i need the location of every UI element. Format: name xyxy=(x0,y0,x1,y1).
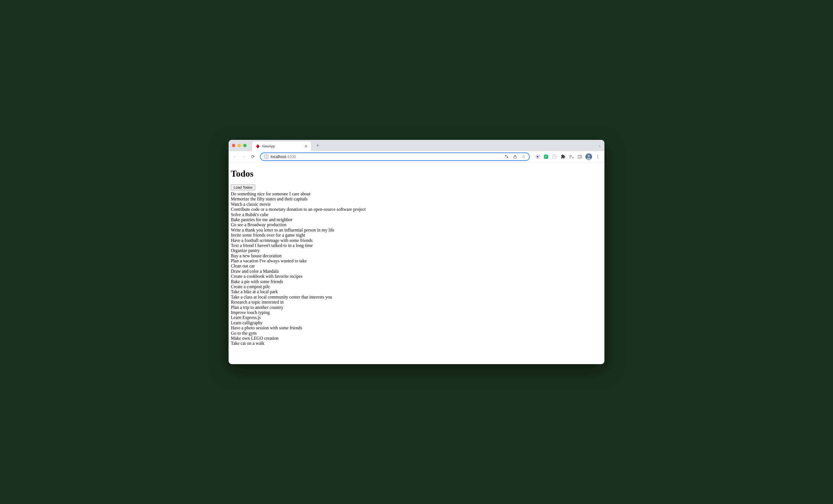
todo-item: Text a friend I haven't talked to in a l… xyxy=(231,243,602,248)
todo-item: Invite some friends over for a game nigh… xyxy=(231,233,602,238)
url-text: localhost:4200 xyxy=(271,154,296,159)
back-button[interactable]: ← xyxy=(231,153,239,160)
tab-title: NewApp xyxy=(262,144,302,148)
todo-item: Buy a new house decoration xyxy=(231,253,602,258)
todo-item: Take a class at local community center t… xyxy=(231,295,602,300)
todo-item: Plan a vacation I've always wanted to ta… xyxy=(231,258,602,263)
titlebar: NewApp ✕ + ⌄ xyxy=(229,140,604,151)
maximize-window-button[interactable] xyxy=(243,144,246,147)
todo-item: Memorize the fifty states and their capi… xyxy=(231,197,602,202)
svg-line-7 xyxy=(539,157,539,158)
site-info-icon[interactable]: i xyxy=(264,154,268,159)
favicon-icon xyxy=(256,144,260,149)
todo-item: Have a photo session with some friends xyxy=(231,325,602,330)
svg-point-23 xyxy=(597,156,598,157)
svg-point-1 xyxy=(537,156,539,157)
svg-line-8 xyxy=(536,157,537,158)
todo-item: Solve a Rubik's cube xyxy=(231,212,602,217)
todo-item: Bake pastries for me and neighbor xyxy=(231,217,602,222)
svg-point-14 xyxy=(555,156,555,156)
svg-line-6 xyxy=(536,155,537,156)
window-controls xyxy=(232,144,246,147)
todo-item: Do something nice for someone I care abo… xyxy=(231,192,602,197)
url-host: localhost xyxy=(271,154,286,159)
translate-icon[interactable] xyxy=(504,154,509,159)
toolbar: ← → ⟳ i localhost:4200 ☆ F xyxy=(229,151,604,162)
todo-item: Contribute code or a monetary donation t… xyxy=(231,207,602,212)
extensions-puzzle-icon[interactable] xyxy=(560,154,566,159)
url-port: :4200 xyxy=(286,154,296,159)
svg-line-9 xyxy=(539,155,539,156)
reload-button[interactable]: ⟳ xyxy=(249,153,257,160)
svg-text:F: F xyxy=(545,155,547,158)
extension-icon-3[interactable] xyxy=(552,154,557,159)
todo-item: Learn calligraphy xyxy=(231,320,602,325)
page-content: Todos Load Todos Do something nice for s… xyxy=(229,162,604,364)
close-window-button[interactable] xyxy=(232,144,235,147)
svg-point-24 xyxy=(597,157,598,158)
todo-item: Go to the gym xyxy=(231,331,602,336)
reading-list-icon[interactable] xyxy=(569,154,574,159)
todo-item: Create a cookbook with favorite recipes xyxy=(231,274,602,279)
side-panel-icon[interactable] xyxy=(577,154,582,159)
todo-item: Improve touch typing xyxy=(231,310,602,315)
load-todos-button[interactable]: Load Todos xyxy=(231,184,255,190)
svg-point-21 xyxy=(588,155,590,157)
svg-point-12 xyxy=(552,154,557,159)
new-tab-button[interactable]: + xyxy=(314,142,322,149)
browser-tab[interactable]: NewApp ✕ xyxy=(252,142,311,151)
extension-icon-2[interactable]: F xyxy=(543,154,549,159)
todo-item: Make own LEGO creation xyxy=(231,336,602,341)
todo-item: Plan a trip to another country xyxy=(231,305,602,310)
todo-item: Go see a Broadway production xyxy=(231,222,602,227)
page-heading: Todos xyxy=(231,169,602,179)
extension-icons: F xyxy=(533,153,602,160)
todo-item: Learn Express.js xyxy=(231,315,602,320)
profile-avatar[interactable] xyxy=(585,153,592,160)
todo-list: Do something nice for someone I care abo… xyxy=(231,192,602,346)
close-tab-button[interactable]: ✕ xyxy=(304,144,308,149)
bookmark-star-icon[interactable]: ☆ xyxy=(521,154,526,159)
svg-point-22 xyxy=(597,155,598,156)
share-icon[interactable] xyxy=(513,154,518,159)
todo-item: Clean out car xyxy=(231,263,602,269)
svg-point-13 xyxy=(554,156,554,156)
todo-item: Take cat on a walk xyxy=(231,341,602,346)
extension-icon-1[interactable] xyxy=(535,154,541,159)
menu-dots-icon[interactable] xyxy=(595,154,600,159)
todo-item: Watch a classic movie xyxy=(231,202,602,207)
minimize-window-button[interactable] xyxy=(238,144,241,147)
tabs-dropdown-button[interactable]: ⌄ xyxy=(598,144,601,147)
address-bar[interactable]: i localhost:4200 ☆ xyxy=(260,152,530,161)
todo-item: Bake a pie with some friends xyxy=(231,279,602,284)
forward-button[interactable]: → xyxy=(240,153,248,160)
todo-item: Write a thank you letter to an influenti… xyxy=(231,228,602,233)
todo-item: Research a topic interested in xyxy=(231,300,602,305)
todo-item: Organize pantry xyxy=(231,248,602,253)
todo-item: Draw and color a Mandala xyxy=(231,269,602,274)
svg-rect-18 xyxy=(578,155,581,158)
todo-item: Create a compost pile xyxy=(231,284,602,289)
todo-item: Take a hike at a local park xyxy=(231,289,602,294)
todo-item: Have a football scrimmage with some frie… xyxy=(231,238,602,243)
browser-window: NewApp ✕ + ⌄ ← → ⟳ i localhost:4200 ☆ xyxy=(229,140,604,364)
